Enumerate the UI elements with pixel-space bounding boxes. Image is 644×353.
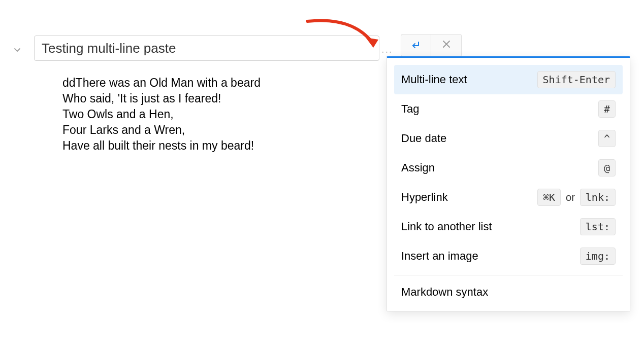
return-arrow-icon <box>410 40 422 51</box>
or-separator: or <box>566 192 575 203</box>
ellipsis-icon: ... <box>381 44 393 55</box>
menu-label: Multi-line text <box>401 73 467 86</box>
menu-shortcut-group: ^ <box>598 130 616 147</box>
menu-shortcut-group: lst: <box>580 218 616 235</box>
input-toolbar <box>401 34 462 57</box>
menu-label: Assign <box>401 161 435 174</box>
close-button[interactable] <box>431 34 462 57</box>
chevron-down-icon <box>13 46 21 54</box>
menu-label: Tag <box>401 102 419 116</box>
menu-shortcut-group: # <box>598 100 616 118</box>
kbd-shortcut: Shift-Enter <box>537 71 616 88</box>
menu-label: Hyperlink <box>401 191 448 204</box>
more-actions-button[interactable]: ... <box>381 44 393 55</box>
menu-item-insert-image[interactable]: Insert an image img: <box>394 241 623 271</box>
kbd-shortcut: img: <box>580 248 616 265</box>
menu-shortcut-group: Shift-Enter <box>537 71 616 88</box>
menu-item-link-to-list[interactable]: Link to another list lst: <box>394 212 623 241</box>
menu-label: Due date <box>401 132 446 145</box>
shortcuts-panel: Multi-line text Shift-Enter Tag # Due da… <box>387 56 630 311</box>
menu-item-tag[interactable]: Tag # <box>394 94 623 124</box>
title-input[interactable] <box>42 41 372 56</box>
menu-shortcut-group: ⌘K or lnk: <box>537 189 616 206</box>
kbd-shortcut: lst: <box>580 218 616 235</box>
menu-item-due-date[interactable]: Due date ^ <box>394 124 623 153</box>
kbd-shortcut: @ <box>598 159 616 176</box>
menu-item-assign[interactable]: Assign @ <box>394 153 623 183</box>
close-icon <box>442 40 451 51</box>
menu-label: Link to another list <box>401 220 492 233</box>
menu-shortcut-group: img: <box>580 248 616 265</box>
title-input-wrap <box>34 36 379 61</box>
note-body[interactable]: ddThere was an Old Man with a beard Who … <box>62 75 261 154</box>
kbd-shortcut: ⌘K <box>537 189 561 206</box>
collapse-toggle[interactable] <box>13 45 22 54</box>
menu-label: Insert an image <box>401 250 478 263</box>
menu-item-markdown-syntax[interactable]: Markdown syntax <box>387 275 630 311</box>
menu-shortcut-group: @ <box>598 159 616 176</box>
menu-item-multiline-text[interactable]: Multi-line text Shift-Enter <box>394 65 623 94</box>
kbd-shortcut: ^ <box>598 130 616 147</box>
shortcuts-list: Multi-line text Shift-Enter Tag # Due da… <box>387 58 630 271</box>
kbd-shortcut: lnk: <box>580 189 616 206</box>
menu-item-hyperlink[interactable]: Hyperlink ⌘K or lnk: <box>394 183 623 212</box>
kbd-shortcut: # <box>598 100 616 118</box>
multiline-toggle-button[interactable] <box>401 34 431 57</box>
